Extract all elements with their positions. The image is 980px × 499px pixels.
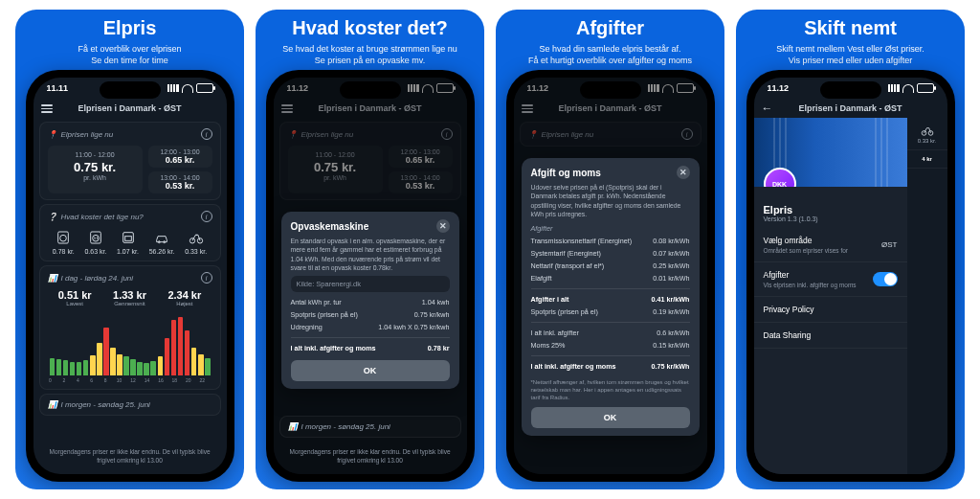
bar-hour-4[interactable]	[77, 362, 82, 375]
info-icon[interactable]: i	[201, 211, 212, 222]
chart-icon: 📊	[48, 274, 57, 283]
svg-point-1	[60, 236, 67, 242]
bar-hour-5[interactable]	[83, 360, 89, 375]
appliance-icons: 0.78 kr. 0.63 kr. 1.07 kr. 56.26 kr. 0.3…	[48, 230, 212, 255]
bar-hour-7[interactable]	[97, 343, 102, 375]
card-title: Afgifter	[576, 17, 644, 39]
bar-hour-9[interactable]	[110, 348, 116, 375]
bar-hour-11[interactable]	[123, 356, 129, 375]
bar-hour-3[interactable]	[70, 362, 76, 376]
close-icon[interactable]: ✕	[436, 219, 450, 233]
phone-frame: 11.12 Elprisen i Danmark - ØST 📍Elprisen…	[266, 70, 475, 482]
hamburger-icon[interactable]	[41, 104, 53, 113]
modal-row: Spotpris (prisen på el)0.75 kr/kwh	[291, 308, 450, 321]
tax-footnote: *Nettarif afhænger af, hvilken tom strøm…	[531, 378, 690, 401]
hourly-price-chart[interactable]	[48, 312, 212, 375]
drawer-row-region[interactable]: Vælg områdeOmrådet som elpriser vises fo…	[754, 228, 907, 262]
screen-tax-modal: 11.12 Elprisen i Danmark - ØST 📍Elprisen…	[514, 78, 707, 474]
taxes-toggle[interactable]	[873, 272, 898, 286]
app-title: Elprisen i Danmark - ØST	[58, 103, 202, 113]
app-bar: ← Elprisen i Danmark - ØST	[754, 99, 947, 118]
bar-hour-13[interactable]	[137, 362, 143, 375]
dkk-badge-icon: DKK	[764, 168, 796, 187]
washing-machine-icon[interactable]: 0.78 kr.	[53, 230, 75, 255]
card-title: Skift nemt	[804, 17, 897, 39]
app-store-screenshots: Elpris Få et overblik over elprisenSe de…	[0, 0, 980, 499]
info-icon[interactable]: i	[201, 128, 212, 140]
ev-car-icon[interactable]: 56.26 kr.	[149, 230, 175, 255]
modal-total-row: I alt inkl. afgifter og moms0.78 kr	[291, 342, 450, 354]
bar-hour-23[interactable]	[205, 358, 211, 375]
tax-row: Moms 25%0.15 kr/kWh	[531, 339, 690, 352]
tax-subtotal: Afgifter i alt0.41 kr/kWh	[531, 293, 690, 306]
bar-hour-10[interactable]	[117, 354, 122, 375]
bar-hour-15[interactable]	[150, 361, 156, 375]
svg-rect-5	[124, 237, 131, 241]
screen-cost-modal: 11.12 Elprisen i Danmark - ØST 📍Elprisen…	[274, 78, 467, 474]
bar-hour-20[interactable]	[185, 330, 190, 376]
bar-hour-22[interactable]	[198, 354, 204, 375]
info-icon[interactable]: i	[201, 272, 212, 284]
bar-hour-1[interactable]	[56, 359, 62, 375]
status-bar: 11.12	[754, 78, 947, 99]
pin-icon: 📍	[48, 130, 57, 139]
battery-icon	[917, 83, 934, 93]
app-title: Elprisen i Danmark - ØST	[779, 103, 923, 113]
drawer-row-privacy[interactable]: Privacy Policy	[754, 297, 907, 323]
wifi-icon	[902, 84, 914, 93]
bar-hour-16[interactable]	[158, 356, 164, 376]
tax-row: Transmissionsnettarif (Energinet)0.08 kr…	[531, 235, 690, 247]
tomorrow-section-bg: 📊I morgen - søndag 25. juni	[279, 416, 461, 438]
today-high: 2.34 krHøjest	[157, 289, 212, 306]
ok-button[interactable]: OK	[291, 360, 450, 381]
bar-hour-14[interactable]	[144, 363, 149, 375]
card-title: Elpris	[103, 17, 157, 39]
signal-icon	[167, 84, 179, 92]
phone-frame: 11.11 Elprisen i Danmark - ØST 📍 Elprise…	[26, 70, 234, 482]
modal-row: Udregning1.04 kwh X 0.75 kr/kwh	[291, 321, 450, 333]
close-icon[interactable]: ✕	[677, 166, 690, 179]
signal-icon	[888, 84, 900, 92]
bar-hour-6[interactable]	[90, 355, 96, 375]
section-label: Elprisen lige nu	[61, 130, 201, 139]
section-label: I dag - lørdag 24. juni	[61, 274, 201, 283]
phone-frame: 11.12 ← Elprisen i Danmark - ØST 0.33 kr…	[746, 70, 955, 482]
source-field[interactable]: Kilde: Sparenergi.dk	[291, 276, 450, 292]
tax-total: I alt inkl. afgifter og moms0.75 kr/kWh	[531, 360, 690, 373]
ok-button[interactable]: OK	[531, 407, 690, 428]
screen-drawer: 11.12 ← Elprisen i Danmark - ØST 0.33 kr…	[754, 78, 947, 474]
tax-row: Nettarif (transport af el*)0.25 kr/kWh	[531, 260, 690, 272]
wifi-icon	[182, 84, 193, 93]
modal-body: En standard opvask i en alm. opvaskemask…	[291, 237, 450, 272]
price-next-2: 13:00 - 14:00 0.53 kr.	[148, 171, 212, 193]
today-section: 📊 I dag - lørdag 24. juni i 0.51 krLaves…	[39, 265, 221, 390]
bar-hour-8[interactable]	[103, 328, 109, 375]
bike-icon[interactable]: 0.33 kr.	[185, 230, 207, 255]
hour-labels: 0246810121416182022	[48, 377, 212, 383]
bar-hour-2[interactable]	[63, 360, 69, 375]
price-next-1: 12:00 - 13:00 0.65 kr.	[148, 146, 212, 168]
clock: 11.12	[768, 83, 790, 93]
bar-hour-19[interactable]	[178, 317, 184, 376]
bar-hour-0[interactable]	[50, 358, 56, 375]
bar-hour-17[interactable]	[165, 338, 170, 376]
bar-hour-18[interactable]	[171, 320, 177, 375]
bar-hour-12[interactable]	[130, 359, 136, 375]
oven-icon[interactable]: 1.07 kr.	[117, 230, 139, 255]
dryer-icon[interactable]: 0.63 kr.	[84, 230, 106, 255]
promo-card-2: Hvad koster det? Se hvad det koster at b…	[256, 10, 484, 489]
drawer-row-data-sharing[interactable]: Data Sharing	[754, 323, 907, 349]
clock: 11.11	[47, 83, 69, 93]
modal-body: Udover selve prisen på el (Spotpris) ska…	[531, 183, 690, 218]
modal-title: Opvaskemaskine	[291, 221, 369, 232]
card-subtitle: Få et overblik over elprisenSe den time …	[78, 43, 181, 66]
bar-hour-21[interactable]	[191, 348, 197, 375]
cost-section: ❔ Hvad koster det lige nu? i 0.78 kr. 0.…	[39, 204, 221, 261]
tomorrow-note: Morgendagens priser er ikke klar endnu. …	[33, 448, 227, 465]
card-subtitle: Se hvad din samlede elpris består af.Få …	[528, 43, 692, 66]
modal-title: Afgift og moms	[531, 168, 601, 178]
tax-row: Elafgift0.01 kr/kWh	[531, 272, 690, 284]
drawer-row-taxes[interactable]: AfgifterVis elprisen inkl. afgifter og m…	[754, 262, 907, 297]
tax-modal: Afgift og moms✕ Udover selve prisen på e…	[522, 158, 700, 436]
back-icon[interactable]: ←	[762, 102, 773, 115]
